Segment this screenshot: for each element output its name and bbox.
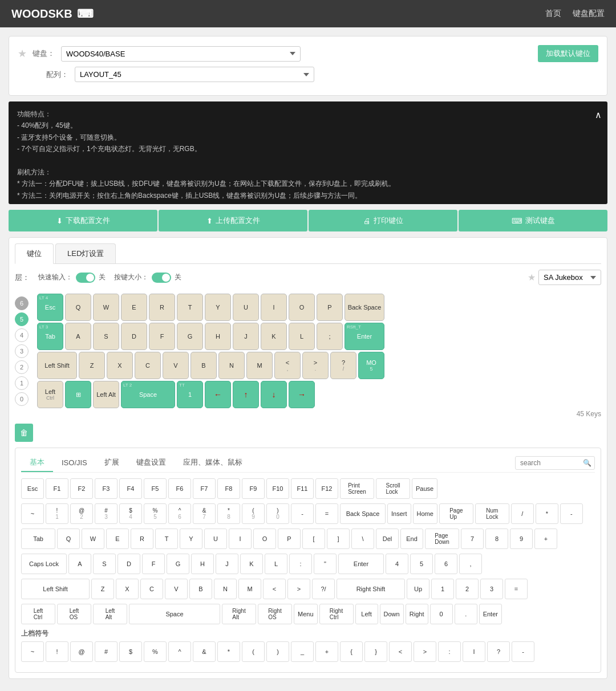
picker-tab-media[interactable]: 应用、媒体、鼠标 — [175, 454, 251, 472]
pick-left[interactable]: Left — [355, 604, 378, 624]
picker-tab-kb[interactable]: 键盘设置 — [128, 454, 175, 472]
pick-gt[interactable]: > — [287, 579, 310, 599]
sym-lparen[interactable]: ( — [242, 641, 265, 662]
key-n[interactable]: N — [218, 352, 245, 379]
pick-lbracket[interactable]: [ — [302, 529, 325, 549]
picker-tab-ext[interactable]: 扩展 — [96, 454, 128, 472]
pick-f1[interactable]: F1 — [46, 478, 68, 499]
sym-dollar[interactable]: $ — [119, 641, 142, 662]
pick-f5[interactable]: F5 — [144, 478, 167, 499]
pick-esc[interactable]: Esc — [21, 478, 44, 499]
pick-rbracket[interactable]: ] — [327, 529, 350, 549]
key-m[interactable]: M — [246, 352, 273, 379]
pick-num-eq[interactable]: = — [505, 579, 528, 599]
key-o[interactable]: O — [289, 294, 315, 321]
pick-tab[interactable]: Tab — [21, 529, 55, 549]
pick-num-plus[interactable]: + — [534, 529, 557, 549]
key-semicolon[interactable]: ; — [317, 323, 343, 350]
sym-hash[interactable]: # — [95, 641, 117, 662]
key-tt1[interactable]: TT1 — [177, 381, 203, 408]
key-q[interactable]: Q — [65, 294, 91, 321]
key-left-arrow[interactable]: ← — [205, 381, 231, 408]
print-button[interactable]: 🖨 打印键位 — [309, 210, 457, 231]
pick-j2[interactable]: J — [216, 554, 238, 574]
pick-5[interactable]: %5 — [144, 503, 167, 524]
pick-num-slash[interactable]: / — [511, 503, 534, 524]
pick-home[interactable]: Home — [413, 503, 437, 524]
picker-tab-basic[interactable]: 基本 — [21, 454, 53, 472]
pick-left-shift[interactable]: Left Shift — [21, 579, 90, 599]
pick-insert[interactable]: Insert — [387, 503, 411, 524]
pick-left-os[interactable]: LeftOS — [57, 604, 91, 624]
sym-qmark[interactable]: ? — [487, 641, 510, 662]
pick-colon[interactable]: : — [289, 554, 312, 574]
pick-c2[interactable]: C — [140, 579, 163, 599]
pick-0[interactable]: )0 — [266, 503, 289, 524]
sym-at[interactable]: @ — [70, 641, 93, 662]
key-lt4-esc[interactable]: LT 4Esc — [37, 294, 63, 321]
pick-del[interactable]: Del — [376, 529, 399, 549]
pick-down[interactable]: Down — [380, 604, 404, 624]
key-c[interactable]: C — [135, 352, 161, 379]
key-i[interactable]: I — [261, 294, 287, 321]
key-s[interactable]: S — [93, 323, 119, 350]
sym-colon[interactable]: : — [438, 641, 461, 662]
pick-num1[interactable]: 1 — [431, 579, 454, 599]
key-left-shift[interactable]: Left Shift — [37, 352, 77, 379]
sym-amp[interactable]: & — [193, 641, 216, 662]
layer-6[interactable]: 6 — [15, 296, 29, 310]
pick-7[interactable]: &7 — [193, 503, 216, 524]
pick-f12[interactable]: F12 — [315, 478, 338, 499]
key-h[interactable]: H — [205, 323, 231, 350]
sym-exclaim[interactable]: ! — [46, 641, 68, 662]
pick-scrolllock[interactable]: ScrollLock — [376, 478, 410, 499]
key-d[interactable]: D — [121, 323, 147, 350]
sym-rparen[interactable]: ) — [266, 641, 289, 662]
tab-led[interactable]: LED灯设置 — [55, 243, 116, 263]
pick-backslash[interactable]: \ — [351, 529, 374, 549]
pick-enter[interactable]: Enter — [338, 554, 384, 574]
pick-num9[interactable]: 9 — [510, 529, 533, 549]
key-rsft-enter[interactable]: RSft_TEnter — [345, 323, 384, 350]
pick-left-ctrl[interactable]: LeftCtrl — [21, 604, 55, 624]
pick-v2[interactable]: V — [165, 579, 188, 599]
key-b[interactable]: B — [191, 352, 217, 379]
favorite-star[interactable]: ★ — [18, 47, 27, 60]
pick-r2[interactable]: R — [131, 529, 153, 549]
pick-w2[interactable]: W — [82, 529, 104, 549]
pick-x2[interactable]: X — [116, 579, 139, 599]
pick-right-ctrl[interactable]: RightCtrl — [319, 604, 354, 624]
pick-pagedown[interactable]: PageDown — [425, 529, 459, 549]
upload-button[interactable]: ⬆ 上传配置文件 — [159, 210, 307, 231]
pick-s2[interactable]: S — [93, 554, 116, 574]
fast-input-toggle[interactable] — [76, 273, 95, 283]
key-u[interactable]: U — [233, 294, 259, 321]
pick-f10[interactable]: F10 — [266, 478, 289, 499]
pick-backspace[interactable]: Back Space — [340, 503, 386, 524]
key-lt3-tab[interactable]: LT 3Tab — [37, 323, 63, 350]
pick-printscreen[interactable]: PrintScreen — [340, 478, 374, 499]
tab-keymapping[interactable]: 键位 — [15, 243, 54, 264]
key-y[interactable]: Y — [205, 294, 231, 321]
profile-star[interactable]: ★ — [528, 272, 536, 283]
key-k[interactable]: K — [261, 323, 287, 350]
pick-numlock[interactable]: NumLock — [475, 503, 509, 524]
pick-up[interactable]: Up — [407, 579, 429, 599]
pick-f11[interactable]: F11 — [291, 478, 314, 499]
keyboard-select[interactable]: WOODS40/BASE — [61, 46, 301, 62]
key-x[interactable]: X — [107, 352, 133, 379]
pick-qmark[interactable]: ?/ — [312, 579, 335, 599]
pick-minus[interactable]: - — [291, 503, 314, 524]
pick-num-comma[interactable]: , — [459, 554, 482, 574]
pick-num-enter[interactable]: Enter — [479, 604, 502, 624]
sym-pipe[interactable]: I — [463, 641, 485, 662]
pick-6[interactable]: ^6 — [168, 503, 191, 524]
pick-quote[interactable]: " — [314, 554, 337, 574]
sym-percent[interactable]: % — [144, 641, 167, 662]
sym-lt[interactable]: < — [389, 641, 412, 662]
pick-t2[interactable]: T — [155, 529, 178, 549]
pick-8[interactable]: *8 — [217, 503, 240, 524]
key-left-alt[interactable]: Left Alt — [93, 381, 119, 408]
pick-f2[interactable]: F — [142, 554, 165, 574]
pick-num4[interactable]: 4 — [386, 554, 408, 574]
